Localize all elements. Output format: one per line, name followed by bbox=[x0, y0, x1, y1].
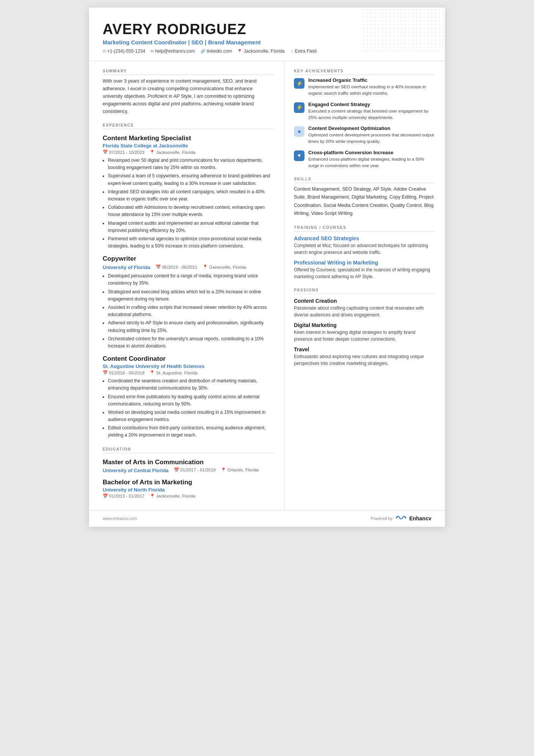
bullet-item: Developed persuasive content for a range… bbox=[108, 272, 274, 287]
achievement-item-1: ⚡ Engaged Content Strategy Executed a co… bbox=[294, 102, 434, 121]
education-section-title: EDUCATION bbox=[103, 447, 274, 453]
left-column: SUMMARY With over 3 years of experience … bbox=[89, 61, 285, 510]
footer-powered-by: Powered by Enhancv bbox=[371, 514, 431, 523]
summary-text: With over 3 years of experience in conte… bbox=[103, 77, 274, 115]
training-item-1: Professional Writing in Marketing Offere… bbox=[294, 260, 434, 280]
bullet-item: Worked on developing social media conten… bbox=[108, 409, 274, 423]
achievement-item-0: ⚡ Increased Organic Traffic Implemented … bbox=[294, 77, 434, 97]
achievement-title-0: Increased Organic Traffic bbox=[308, 77, 434, 83]
edu-degree-0: Master of Arts in Communication bbox=[103, 459, 274, 466]
bullet-item: Managed content audits and implemented a… bbox=[108, 220, 274, 234]
job-location-1: 📍 Gainesville, Florida bbox=[203, 265, 246, 269]
training-desc-0: Completed at Moz; focused on advanced te… bbox=[294, 242, 434, 256]
experience-section-title: EXPERIENCE bbox=[103, 123, 274, 129]
bullet-item: Ensured error-free publications by leadi… bbox=[108, 393, 274, 408]
passion-title-0: Content Creation bbox=[294, 298, 434, 304]
training-title-1: Professional Writing in Marketing bbox=[294, 260, 434, 266]
contact-linkedin: 🔗 linkedin.com bbox=[200, 49, 232, 54]
candidate-name: AVERY RODRIGUEZ bbox=[103, 21, 431, 38]
achievement-icon-3: ♥ bbox=[294, 150, 304, 161]
resume-page: AVERY RODRIGUEZ Marketing Content Coordi… bbox=[89, 8, 445, 527]
passion-desc-1: Keen interest in leveraging digital stra… bbox=[294, 329, 434, 343]
phone-icon: ✆ bbox=[103, 49, 106, 54]
edu-dates-1: 📅 01/2013 - 01/2017 bbox=[103, 493, 144, 499]
location-icon-edu-1: 📍 bbox=[150, 493, 155, 499]
header-section: AVERY RODRIGUEZ Marketing Content Coordi… bbox=[89, 21, 445, 61]
edu-item-0: Master of Arts in Communication Universi… bbox=[103, 459, 274, 473]
training-title-0: Advanced SEO Strategies bbox=[294, 235, 434, 241]
passions-section-title: PASSIONS bbox=[294, 288, 434, 294]
edu-degree-1: Bachelor of Arts in Marketing bbox=[103, 479, 274, 486]
contact-phone: ✆ +1-(234)-555-1234 bbox=[103, 49, 145, 54]
achievement-title-3: Cross-platform Conversion Increase bbox=[308, 150, 434, 155]
linkedin-icon: 🔗 bbox=[200, 49, 206, 54]
job-location-2: 📍 St. Augustine, Florida bbox=[150, 370, 197, 375]
calendar-icon-edu-1: 📅 bbox=[103, 493, 108, 499]
edu-meta-0: University of Central Florida 📅 01/2017 … bbox=[103, 467, 274, 473]
job-dates-0: 📅 07/2021 - 10/2023 bbox=[103, 150, 144, 155]
contact-bar: ✆ +1-(234)-555-1234 ✉ help@enhancv.com 🔗… bbox=[103, 49, 431, 54]
enhancv-brand-name: Enhancv bbox=[409, 515, 431, 521]
achievement-content-3: Cross-platform Conversion Increase Enhan… bbox=[308, 150, 434, 169]
training-desc-1: Offered by Coursera; specialized in the … bbox=[294, 266, 434, 280]
job-title-0: Content Marketing Specialist bbox=[103, 135, 274, 142]
right-column: KEY ACHIEVEMENTS ⚡ Increased Organic Tra… bbox=[285, 61, 445, 510]
passion-title-1: Digital Marketing bbox=[294, 322, 434, 328]
passion-item-0: Content Creation Passionate about crafti… bbox=[294, 298, 434, 318]
job-bullets-1: Developed persuasive content for a range… bbox=[103, 272, 274, 350]
bullet-item: Assisted in crafting video scripts that … bbox=[108, 304, 274, 318]
job-bullets-2: Coordinated the seamless creation and di… bbox=[103, 377, 274, 439]
calendar-icon-0: 📅 bbox=[103, 150, 108, 155]
bullet-item: Adhered strictly to AP Style to ensure c… bbox=[108, 319, 274, 334]
location-icon-0: 📍 bbox=[150, 150, 155, 155]
email-icon: ✉ bbox=[150, 49, 154, 54]
location-icon-edu-0: 📍 bbox=[221, 467, 226, 473]
bullet-item: Coordinated the seamless creation and di… bbox=[108, 377, 274, 392]
edu-school-0: University of Central Florida bbox=[103, 468, 169, 473]
job-meta-1: University of Florida 📅 06/2019 - 06/202… bbox=[103, 264, 274, 270]
achievement-content-1: Engaged Content Strategy Executed a cont… bbox=[308, 102, 434, 121]
footer-website: www.enhancv.com bbox=[103, 516, 137, 521]
skills-text: Content Management, SEO Strategy, AP Sty… bbox=[294, 185, 434, 218]
edu-location-0: 📍 Orlando, Florida bbox=[221, 467, 258, 473]
bullet-item: Integrated SEO strategies into all conte… bbox=[108, 188, 274, 203]
bullet-item: Collaborated with Admissions to develop … bbox=[108, 204, 274, 218]
achievement-icon-2: ★ bbox=[294, 126, 304, 137]
passion-desc-2: Enthusiastic about exploring new culture… bbox=[294, 353, 434, 367]
main-columns: SUMMARY With over 3 years of experience … bbox=[89, 61, 445, 510]
contact-location: 📍 Jacksonville, Florida bbox=[237, 49, 284, 54]
star-icon: ☆ bbox=[290, 49, 294, 54]
job-location-0: 📍 Jacksonville, Florida bbox=[150, 150, 195, 155]
achievement-desc-3: Enhanced cross-platform digital strategi… bbox=[308, 156, 434, 169]
calendar-icon-1: 📅 bbox=[156, 265, 161, 269]
achievement-title-2: Content Development Optimization bbox=[308, 125, 434, 131]
achievement-desc-1: Executed a content strategy that boosted… bbox=[308, 108, 434, 121]
passion-item-1: Digital Marketing Keen interest in lever… bbox=[294, 322, 434, 343]
passion-title-2: Travel bbox=[294, 346, 434, 352]
edu-item-1: Bachelor of Arts in Marketing University… bbox=[103, 479, 274, 499]
training-section-title: TRAINING / COURSES bbox=[294, 225, 434, 232]
bullet-item: Orchestrated content for the university'… bbox=[108, 335, 274, 350]
job-company-2: St. Augustine University of Health Scien… bbox=[103, 363, 274, 369]
bullet-item: Revamped over 50 digital and print commu… bbox=[108, 157, 274, 171]
svg-point-0 bbox=[396, 517, 397, 518]
achievement-desc-0: Implemented an SEO overhaul resulting in… bbox=[308, 84, 434, 97]
bullet-item: Strategized and executed blog articles w… bbox=[108, 288, 274, 303]
edu-school-1: University of North Florida bbox=[103, 487, 274, 493]
job-item-2: Content Coordinator St. Augustine Univer… bbox=[103, 355, 274, 439]
achievement-icon-0: ⚡ bbox=[294, 78, 304, 89]
job-item-0: Content Marketing Specialist Florida Sta… bbox=[103, 135, 274, 250]
bullet-item: Supervised a team of 5 copywriters, ensu… bbox=[108, 172, 274, 187]
achievement-item-3: ♥ Cross-platform Conversion Increase Enh… bbox=[294, 150, 434, 169]
achievements-section-title: KEY ACHIEVEMENTS bbox=[294, 69, 434, 75]
achievement-title-1: Engaged Content Strategy bbox=[308, 102, 434, 107]
job-meta-2: 📅 01/2018 - 05/2019 📍 St. Augustine, Flo… bbox=[103, 370, 274, 375]
passion-desc-0: Passionate about crafting captivating co… bbox=[294, 305, 434, 318]
job-item-1: Copywriter University of Florida 📅 06/20… bbox=[103, 255, 274, 350]
job-company-1: University of Florida bbox=[103, 265, 150, 270]
contact-email: ✉ help@enhancv.com bbox=[150, 49, 195, 54]
achievement-content-2: Content Development Optimization Optimiz… bbox=[308, 125, 434, 145]
job-bullets-0: Revamped over 50 digital and print commu… bbox=[103, 157, 274, 250]
edu-dates-0: 📅 01/2017 - 01/2019 bbox=[174, 467, 215, 473]
edu-meta-1: 📅 01/2013 - 01/2017 📍 Jacksonville, Flor… bbox=[103, 493, 274, 499]
